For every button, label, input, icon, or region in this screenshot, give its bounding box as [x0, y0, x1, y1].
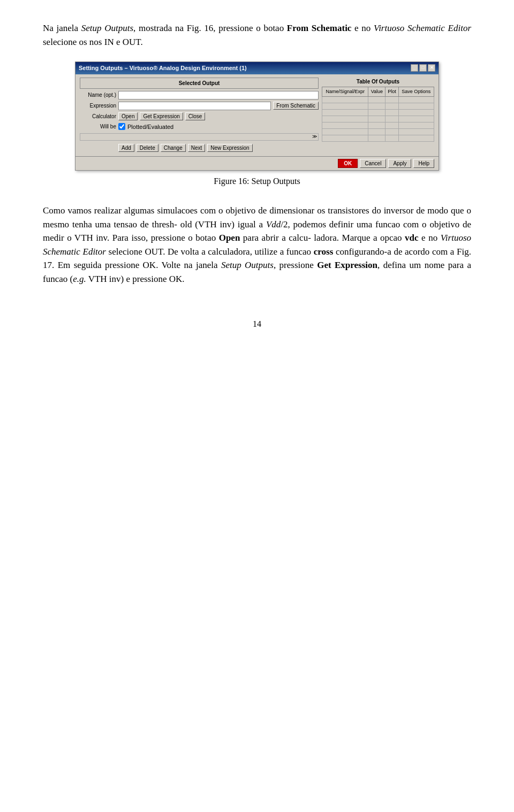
- intro-paragraph: Na janela Setup Outputs, mostrada na Fig…: [43, 21, 471, 49]
- expand-area: ≫: [80, 133, 319, 141]
- action-buttons: Add Delete Change Next New Expression: [118, 144, 319, 152]
- maximize-button[interactable]: □: [419, 64, 427, 72]
- titlebar-buttons: _ □ ✕: [411, 64, 435, 72]
- will-be-row: Will be Plotted/Evaluated: [80, 122, 319, 132]
- page-number: 14: [43, 318, 471, 331]
- cell-save: [398, 97, 434, 103]
- table-row: [322, 110, 434, 116]
- expression-label: Expression: [80, 102, 116, 110]
- open-button[interactable]: Open: [118, 112, 138, 120]
- figure-caption: Figure 16: Setup Outputs: [214, 175, 300, 188]
- name-input[interactable]: [118, 91, 319, 99]
- expression-input[interactable]: [118, 102, 271, 110]
- delete-button[interactable]: Delete: [137, 144, 158, 152]
- cancel-button[interactable]: Cancel: [360, 159, 386, 168]
- table-row: [322, 129, 434, 135]
- cell-plot: [386, 97, 398, 103]
- col-save: Save Options: [398, 87, 434, 97]
- cell-value: [368, 97, 386, 103]
- expand-icon: ≫: [312, 133, 317, 141]
- apply-button[interactable]: Apply: [388, 159, 411, 168]
- col-value: Value: [368, 87, 386, 97]
- dialog-title: Setting Outputs – Virtuoso® Analog Desig…: [79, 64, 247, 73]
- get-expression-button[interactable]: Get Expression: [140, 112, 183, 120]
- from-schematic-button[interactable]: From Schematic: [273, 102, 319, 110]
- dialog-footer: OK Cancel Apply Help: [75, 156, 439, 170]
- next-button[interactable]: Next: [188, 144, 206, 152]
- outputs-table: Name/Signal/Expr Value Plot Save Options: [322, 87, 434, 142]
- col-plot: Plot: [386, 87, 398, 97]
- ok-button[interactable]: OK: [338, 159, 358, 168]
- table-row: [322, 103, 434, 110]
- close-calc-button[interactable]: Close: [185, 112, 206, 120]
- col-name: Name/Signal/Expr: [322, 87, 368, 97]
- new-expression-button[interactable]: New Expression: [207, 144, 252, 152]
- table-row: [322, 97, 434, 103]
- dialog-body: Selected Output Name (opt.) Expression F…: [75, 74, 439, 157]
- calculator-row: Calculator Open Get Expression Close: [80, 112, 319, 120]
- name-row: Name (opt.): [80, 91, 319, 99]
- name-label: Name (opt.): [80, 91, 116, 99]
- cell-name: [322, 97, 368, 103]
- table-row: [322, 135, 434, 142]
- plotted-evaluated-checkbox[interactable]: [118, 123, 125, 130]
- minimize-button[interactable]: _: [411, 64, 418, 72]
- left-panel-label: Selected Output: [80, 78, 319, 89]
- table-row: [322, 122, 434, 129]
- right-panel: Table Of Outputs Name/Signal/Expr Value …: [322, 78, 434, 154]
- main-paragraph: Como vamos realizar algumas simulacoes c…: [43, 204, 471, 286]
- expression-row: Expression From Schematic: [80, 102, 319, 110]
- page-content: Na janela Setup Outputs, mostrada na Fig…: [43, 21, 471, 331]
- figure-16-container: Setting Outputs – Virtuoso® Analog Desig…: [43, 62, 471, 198]
- left-panel: Selected Output Name (opt.) Expression F…: [80, 78, 319, 154]
- add-button[interactable]: Add: [118, 144, 134, 152]
- plotted-evaluated-label: Plotted/Evaluated: [127, 122, 173, 132]
- dialog-window: Setting Outputs – Virtuoso® Analog Desig…: [75, 62, 439, 171]
- calculator-label: Calculator: [80, 112, 116, 120]
- help-button[interactable]: Help: [413, 159, 434, 168]
- table-title: Table Of Outputs: [322, 78, 434, 86]
- dialog-titlebar: Setting Outputs – Virtuoso® Analog Desig…: [75, 62, 439, 74]
- will-be-label: Will be: [80, 122, 116, 131]
- change-button[interactable]: Change: [161, 144, 186, 152]
- close-button[interactable]: ✕: [428, 64, 435, 72]
- table-row: [322, 116, 434, 122]
